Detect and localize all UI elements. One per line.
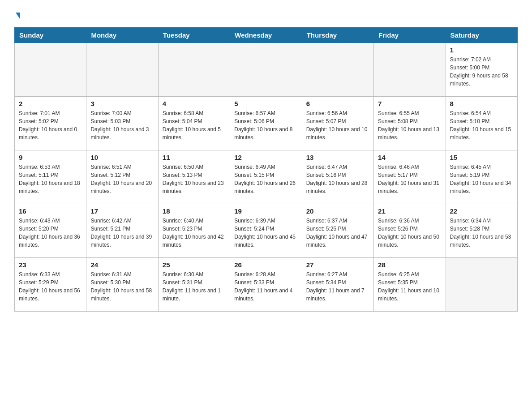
calendar-day-cell: 6Sunrise: 6:56 AMSunset: 5:07 PMDaylight… bbox=[302, 97, 373, 150]
day-info: Sunrise: 6:31 AMSunset: 5:30 PMDaylight:… bbox=[90, 270, 154, 303]
day-info: Sunrise: 6:42 AMSunset: 5:21 PMDaylight:… bbox=[90, 217, 154, 249]
calendar-day-cell bbox=[230, 43, 302, 97]
day-info: Sunrise: 7:00 AMSunset: 5:03 PMDaylight:… bbox=[90, 109, 154, 141]
calendar-day-cell: 18Sunrise: 6:40 AMSunset: 5:23 PMDayligh… bbox=[158, 204, 230, 258]
day-info: Sunrise: 6:33 AMSunset: 5:29 PMDaylight:… bbox=[19, 270, 82, 303]
day-number: 6 bbox=[306, 100, 369, 107]
calendar-day-cell: 5Sunrise: 6:57 AMSunset: 5:06 PMDaylight… bbox=[230, 97, 302, 150]
day-number: 21 bbox=[378, 207, 441, 215]
day-info: Sunrise: 6:50 AMSunset: 5:13 PMDaylight:… bbox=[163, 163, 226, 195]
day-info: Sunrise: 6:27 AMSunset: 5:34 PMDaylight:… bbox=[306, 270, 369, 303]
day-number: 8 bbox=[450, 100, 513, 107]
calendar-day-cell: 24Sunrise: 6:31 AMSunset: 5:30 PMDayligh… bbox=[86, 258, 158, 312]
day-number: 9 bbox=[19, 154, 82, 161]
calendar-day-cell: 16Sunrise: 6:43 AMSunset: 5:20 PMDayligh… bbox=[15, 204, 86, 258]
day-info: Sunrise: 6:43 AMSunset: 5:20 PMDaylight:… bbox=[19, 217, 82, 249]
calendar-day-cell: 20Sunrise: 6:37 AMSunset: 5:25 PMDayligh… bbox=[302, 204, 373, 258]
calendar-day-cell: 1Sunrise: 7:02 AMSunset: 5:00 PMDaylight… bbox=[446, 43, 517, 97]
day-info: Sunrise: 6:40 AMSunset: 5:23 PMDaylight:… bbox=[163, 217, 226, 249]
day-info: Sunrise: 6:28 AMSunset: 5:33 PMDaylight:… bbox=[234, 270, 297, 303]
day-info: Sunrise: 6:47 AMSunset: 5:16 PMDaylight:… bbox=[306, 163, 369, 195]
calendar-day-cell: 17Sunrise: 6:42 AMSunset: 5:21 PMDayligh… bbox=[86, 204, 158, 258]
day-info: Sunrise: 6:25 AMSunset: 5:35 PMDaylight:… bbox=[378, 270, 441, 303]
calendar-week-row: 2Sunrise: 7:01 AMSunset: 5:02 PMDaylight… bbox=[15, 97, 518, 150]
day-number: 3 bbox=[90, 100, 154, 107]
calendar-week-row: 23Sunrise: 6:33 AMSunset: 5:29 PMDayligh… bbox=[15, 258, 518, 312]
day-number: 28 bbox=[378, 261, 441, 269]
day-of-week-header: Friday bbox=[374, 28, 446, 43]
day-number: 25 bbox=[163, 261, 226, 269]
day-info: Sunrise: 6:37 AMSunset: 5:25 PMDaylight:… bbox=[306, 217, 369, 249]
calendar-day-cell bbox=[446, 258, 517, 312]
day-number: 13 bbox=[306, 154, 369, 161]
day-of-week-header: Tuesday bbox=[158, 28, 230, 43]
calendar-day-cell: 7Sunrise: 6:55 AMSunset: 5:08 PMDaylight… bbox=[374, 97, 446, 150]
day-info: Sunrise: 6:36 AMSunset: 5:26 PMDaylight:… bbox=[378, 217, 441, 249]
day-info: Sunrise: 6:34 AMSunset: 5:28 PMDaylight:… bbox=[450, 217, 513, 249]
calendar-day-cell: 9Sunrise: 6:53 AMSunset: 5:11 PMDaylight… bbox=[15, 150, 86, 204]
calendar-week-row: 9Sunrise: 6:53 AMSunset: 5:11 PMDaylight… bbox=[15, 150, 518, 204]
calendar-day-cell: 10Sunrise: 6:51 AMSunset: 5:12 PMDayligh… bbox=[86, 150, 158, 204]
logo-triangle-icon bbox=[16, 13, 20, 19]
day-of-week-header: Sunday bbox=[15, 28, 86, 43]
calendar-day-cell: 22Sunrise: 6:34 AMSunset: 5:28 PMDayligh… bbox=[446, 204, 517, 258]
day-info: Sunrise: 6:54 AMSunset: 5:10 PMDaylight:… bbox=[450, 109, 513, 141]
day-info: Sunrise: 7:02 AMSunset: 5:00 PMDaylight:… bbox=[450, 56, 513, 88]
calendar-day-cell: 27Sunrise: 6:27 AMSunset: 5:34 PMDayligh… bbox=[302, 258, 373, 312]
calendar-day-cell bbox=[374, 43, 446, 97]
calendar-day-cell: 26Sunrise: 6:28 AMSunset: 5:33 PMDayligh… bbox=[230, 258, 302, 312]
day-number: 20 bbox=[306, 207, 369, 215]
day-info: Sunrise: 6:51 AMSunset: 5:12 PMDaylight:… bbox=[90, 163, 154, 195]
day-info: Sunrise: 6:53 AMSunset: 5:11 PMDaylight:… bbox=[19, 163, 82, 195]
calendar-week-row: 1Sunrise: 7:02 AMSunset: 5:00 PMDaylight… bbox=[15, 43, 518, 97]
calendar-day-cell: 19Sunrise: 6:39 AMSunset: 5:24 PMDayligh… bbox=[230, 204, 302, 258]
day-number: 11 bbox=[163, 154, 226, 161]
calendar-day-cell bbox=[302, 43, 373, 97]
calendar-day-cell bbox=[158, 43, 230, 97]
day-number: 12 bbox=[234, 154, 297, 161]
calendar-day-cell: 15Sunrise: 6:45 AMSunset: 5:19 PMDayligh… bbox=[446, 150, 517, 204]
day-of-week-header: Saturday bbox=[446, 28, 517, 43]
day-number: 7 bbox=[378, 100, 441, 107]
calendar-day-cell bbox=[15, 43, 86, 97]
day-number: 14 bbox=[378, 154, 441, 161]
day-number: 1 bbox=[450, 46, 513, 54]
calendar-day-cell: 4Sunrise: 6:58 AMSunset: 5:04 PMDaylight… bbox=[158, 97, 230, 150]
page-header bbox=[14, 11, 518, 19]
day-info: Sunrise: 7:01 AMSunset: 5:02 PMDaylight:… bbox=[19, 109, 82, 141]
day-number: 22 bbox=[450, 207, 513, 215]
day-number: 4 bbox=[163, 100, 226, 107]
day-info: Sunrise: 6:57 AMSunset: 5:06 PMDaylight:… bbox=[234, 109, 297, 141]
day-info: Sunrise: 6:39 AMSunset: 5:24 PMDaylight:… bbox=[234, 217, 297, 249]
day-number: 27 bbox=[306, 261, 369, 269]
calendar-day-cell: 11Sunrise: 6:50 AMSunset: 5:13 PMDayligh… bbox=[158, 150, 230, 204]
calendar-header: SundayMondayTuesdayWednesdayThursdayFrid… bbox=[15, 28, 518, 43]
calendar-day-cell: 28Sunrise: 6:25 AMSunset: 5:35 PMDayligh… bbox=[374, 258, 446, 312]
day-number: 24 bbox=[90, 261, 154, 269]
logo bbox=[14, 11, 20, 19]
day-info: Sunrise: 6:45 AMSunset: 5:19 PMDaylight:… bbox=[450, 163, 513, 195]
day-number: 26 bbox=[234, 261, 297, 269]
day-number: 16 bbox=[19, 207, 82, 215]
day-number: 23 bbox=[19, 261, 82, 269]
day-number: 5 bbox=[234, 100, 297, 107]
day-info: Sunrise: 6:56 AMSunset: 5:07 PMDaylight:… bbox=[306, 109, 369, 141]
calendar-day-cell: 2Sunrise: 7:01 AMSunset: 5:02 PMDaylight… bbox=[15, 97, 86, 150]
calendar-day-cell: 12Sunrise: 6:49 AMSunset: 5:15 PMDayligh… bbox=[230, 150, 302, 204]
days-of-week-row: SundayMondayTuesdayWednesdayThursdayFrid… bbox=[15, 28, 518, 43]
calendar-day-cell: 8Sunrise: 6:54 AMSunset: 5:10 PMDaylight… bbox=[446, 97, 517, 150]
calendar-day-cell: 13Sunrise: 6:47 AMSunset: 5:16 PMDayligh… bbox=[302, 150, 373, 204]
day-info: Sunrise: 6:58 AMSunset: 5:04 PMDaylight:… bbox=[163, 109, 226, 141]
day-of-week-header: Thursday bbox=[302, 28, 373, 43]
day-of-week-header: Wednesday bbox=[230, 28, 302, 43]
day-number: 2 bbox=[19, 100, 82, 107]
day-number: 19 bbox=[234, 207, 297, 215]
day-number: 17 bbox=[90, 207, 154, 215]
calendar-day-cell: 21Sunrise: 6:36 AMSunset: 5:26 PMDayligh… bbox=[374, 204, 446, 258]
day-info: Sunrise: 6:49 AMSunset: 5:15 PMDaylight:… bbox=[234, 163, 297, 195]
calendar-week-row: 16Sunrise: 6:43 AMSunset: 5:20 PMDayligh… bbox=[15, 204, 518, 258]
calendar-day-cell: 14Sunrise: 6:46 AMSunset: 5:17 PMDayligh… bbox=[374, 150, 446, 204]
calendar-day-cell: 3Sunrise: 7:00 AMSunset: 5:03 PMDaylight… bbox=[86, 97, 158, 150]
day-number: 10 bbox=[90, 154, 154, 161]
day-number: 18 bbox=[163, 207, 226, 215]
